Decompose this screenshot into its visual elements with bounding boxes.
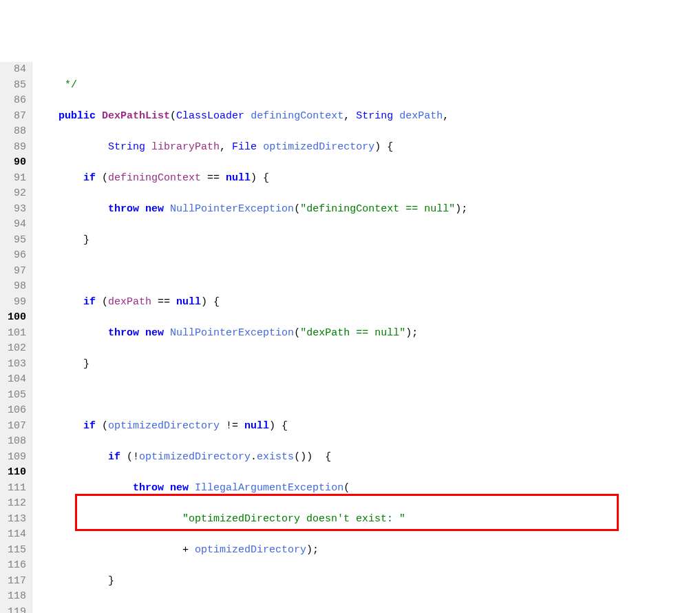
line-number: 115: [3, 543, 26, 559]
type: String: [356, 110, 393, 122]
code-line: [34, 388, 597, 404]
line-number: 92: [3, 186, 26, 202]
code-line: throw new IllegalArgumentException(: [34, 481, 597, 497]
identifier: dexPath: [108, 296, 151, 308]
string: "dexPath == null": [300, 327, 405, 339]
line-number: 98: [3, 279, 26, 295]
line-number: 84: [3, 62, 26, 78]
code-line: if (!optimizedDirectory.exists()) {: [34, 450, 597, 466]
line-number: 107: [3, 419, 26, 435]
line-number: 94: [3, 217, 26, 233]
keyword: if: [83, 296, 96, 308]
keyword: throw: [108, 327, 139, 339]
param: optimizedDirectory: [263, 141, 374, 153]
code-area: */ public DexPathList(ClassLoader defini…: [32, 62, 597, 613]
type: NullPointerException: [170, 203, 294, 215]
keyword: null: [244, 420, 269, 432]
line-number: 102: [3, 341, 26, 357]
keyword: throw: [108, 203, 139, 215]
line-number: 117: [3, 574, 26, 590]
keyword: if: [108, 451, 120, 463]
line-number: 112: [3, 496, 26, 512]
line-number: 99: [3, 295, 26, 311]
code-line: if (dexPath == null) {: [34, 295, 597, 311]
class-name: DexPathList: [102, 110, 170, 122]
code-line: if (optimizedDirectory != null) {: [34, 419, 597, 435]
code-line: */: [34, 78, 597, 94]
identifier: optimizedDirectory: [139, 451, 251, 463]
line-number: 105: [3, 388, 26, 404]
keyword: new: [145, 327, 164, 339]
string: "optimizedDirectory doesn't exist: ": [182, 513, 405, 525]
line-number: 85: [3, 78, 26, 94]
line-number: 113: [3, 512, 26, 528]
code-line: throw new NullPointerException("dexPath …: [34, 326, 597, 342]
line-number: 109: [3, 450, 26, 466]
identifier: optimizedDirectory: [195, 544, 306, 556]
code-line: throw new NullPointerException("defining…: [34, 202, 597, 218]
line-number-gutter: 8485868788899091929394959697989910010110…: [0, 62, 32, 613]
line-number: 101: [3, 326, 26, 342]
line-number: 111: [3, 481, 26, 497]
type: ClassLoader: [176, 110, 244, 122]
code-line: String libraryPath, File optimizedDirect…: [34, 140, 597, 156]
type: IllegalArgumentException: [195, 482, 343, 494]
identifier: definingContext: [108, 172, 201, 184]
keyword: null: [176, 296, 201, 308]
keyword: throw: [133, 482, 164, 494]
line-number: 100: [3, 310, 26, 326]
line-number: 118: [3, 589, 26, 605]
line-number: 90: [3, 155, 26, 171]
line-number: 116: [3, 558, 26, 574]
keyword: if: [83, 172, 96, 184]
string: "definingContext == null": [300, 203, 455, 215]
code-line: [34, 605, 597, 614]
line-number: 104: [3, 372, 26, 388]
line-number: 110: [3, 465, 26, 481]
param: libraryPath: [151, 141, 220, 153]
param: definingContext: [251, 110, 343, 122]
method: exists: [257, 451, 294, 463]
line-number: 96: [3, 248, 26, 264]
line-number: 88: [3, 124, 26, 140]
line-number: 91: [3, 171, 26, 187]
line-number: 89: [3, 140, 26, 156]
comment-text: */: [34, 79, 77, 91]
code-line: }: [34, 574, 597, 590]
keyword: null: [226, 172, 251, 184]
type: File: [232, 141, 257, 153]
identifier: optimizedDirectory: [108, 420, 220, 432]
code-line: if (definingContext == null) {: [34, 171, 597, 187]
code-line: [34, 264, 597, 280]
keyword: if: [83, 420, 96, 432]
param: dexPath: [399, 110, 443, 122]
line-number: 114: [3, 527, 26, 543]
code-line: public DexPathList(ClassLoader definingC…: [34, 109, 597, 125]
line-number: 97: [3, 264, 26, 280]
line-number: 95: [3, 233, 26, 249]
code-editor: 8485868788899091929394959697989910010110…: [0, 62, 700, 613]
line-number: 103: [3, 357, 26, 373]
type: NullPointerException: [170, 327, 294, 339]
line-number: 86: [3, 93, 26, 109]
line-number: 87: [3, 109, 26, 125]
type: String: [108, 141, 145, 153]
keyword: public: [59, 110, 96, 122]
line-number: 108: [3, 434, 26, 450]
line-number: 93: [3, 202, 26, 218]
code-line: }: [34, 233, 597, 249]
code-line: "optimizedDirectory doesn't exist: ": [34, 512, 597, 528]
keyword: new: [145, 203, 164, 215]
code-line: + optimizedDirectory);: [34, 543, 597, 559]
keyword: new: [170, 482, 189, 494]
line-number: 106: [3, 403, 26, 419]
code-line: }: [34, 357, 597, 373]
line-number: 119: [3, 605, 26, 614]
